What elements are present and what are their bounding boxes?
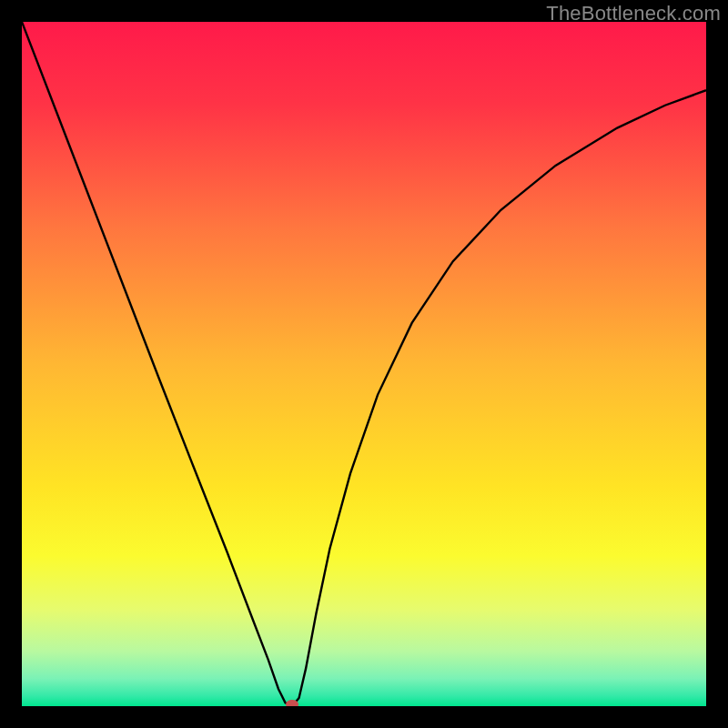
- chart-container: TheBottleneck.com: [0, 0, 728, 728]
- chart-svg: [22, 22, 706, 706]
- gradient-background: [22, 22, 706, 706]
- plot-area: [22, 22, 706, 706]
